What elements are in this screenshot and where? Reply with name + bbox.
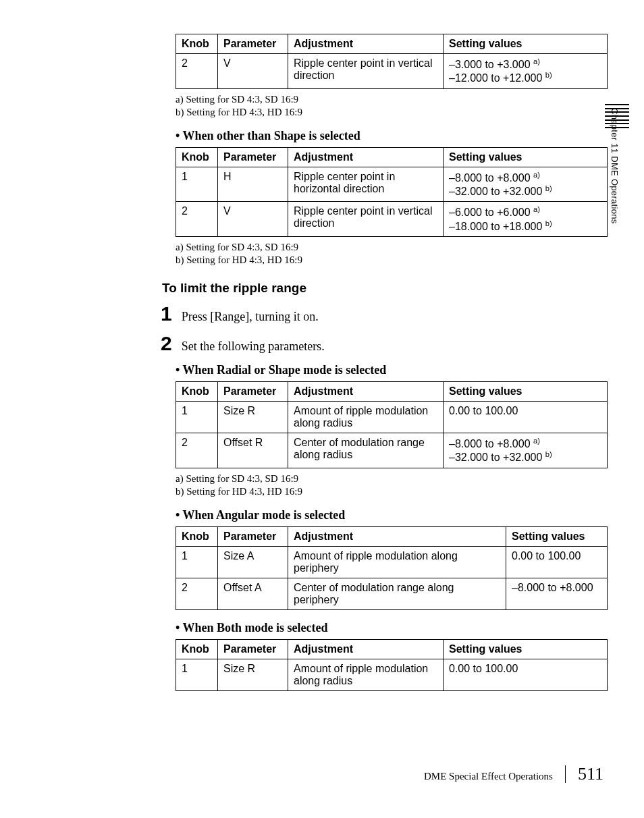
cell-adjustment: Amount of ripple modulation along periph… bbox=[288, 546, 506, 578]
heading-angular: When Angular mode is selected bbox=[176, 508, 603, 522]
cell-knob: 2 bbox=[176, 54, 218, 89]
cell-knob: 1 bbox=[176, 659, 218, 690]
footnote-b: b) Setting for HD 4:3, HD 16:9 bbox=[176, 106, 603, 119]
cell-param: Size A bbox=[218, 546, 288, 578]
parameter-table-5: Knob Parameter Adjustment Setting values… bbox=[176, 639, 608, 691]
th-setting-values: Setting values bbox=[506, 526, 608, 546]
heading-other-than-shape: When other than Shape is selected bbox=[176, 129, 603, 143]
footnotes-block: a) Setting for SD 4:3, SD 16:9 b) Settin… bbox=[176, 241, 603, 267]
cell-param: Size R bbox=[218, 401, 288, 433]
cell-param: V bbox=[218, 54, 288, 89]
cell-setting-values: –6.000 to +6.000 a) –18.000 to +18.000 b… bbox=[444, 202, 608, 237]
table-row: 1 H Ripple center point in horizontal di… bbox=[176, 167, 608, 202]
footnotes-block: a) Setting for SD 4:3, SD 16:9 b) Settin… bbox=[176, 93, 603, 119]
th-knob: Knob bbox=[176, 381, 218, 401]
table-row: 2 Offset A Center of modulation range al… bbox=[176, 578, 608, 609]
th-setting-values: Setting values bbox=[444, 34, 608, 54]
th-adjustment: Adjustment bbox=[288, 147, 444, 167]
section-limit-ripple: To limit the ripple range bbox=[162, 281, 603, 296]
cell-setting-values: –8.000 to +8.000 a) –32.000 to +32.000 b… bbox=[444, 433, 608, 468]
footnote-a: a) Setting for SD 4:3, SD 16:9 bbox=[176, 472, 603, 486]
cell-setting-values: –8.000 to +8.000 bbox=[506, 578, 608, 609]
parameter-table-3: Knob Parameter Adjustment Setting values… bbox=[176, 381, 608, 468]
footnotes-block: a) Setting for SD 4:3, SD 16:9 b) Settin… bbox=[176, 472, 603, 499]
th-knob: Knob bbox=[176, 639, 218, 659]
heading-radial-shape: When Radial or Shape mode is selected bbox=[176, 363, 603, 377]
th-parameter: Parameter bbox=[218, 381, 288, 401]
footnote-a: a) Setting for SD 4:3, SD 16:9 bbox=[176, 241, 603, 254]
footer-page-number: 511 bbox=[578, 764, 603, 784]
table-row: 2 V Ripple center point in vertical dire… bbox=[176, 202, 608, 237]
cell-param: Offset R bbox=[218, 433, 288, 468]
cell-adjustment: Ripple center point in vertical directio… bbox=[288, 54, 444, 89]
cell-adjustment: Center of modulation range along radius bbox=[288, 433, 444, 468]
step-number: 2 bbox=[161, 333, 172, 354]
th-setting-values: Setting values bbox=[444, 381, 608, 401]
th-adjustment: Adjustment bbox=[288, 34, 444, 54]
cell-param: Offset A bbox=[218, 578, 288, 609]
th-knob: Knob bbox=[176, 526, 218, 546]
cell-setting-values: 0.00 to 100.00 bbox=[444, 659, 608, 690]
footer-divider bbox=[565, 765, 566, 783]
footnote-b: b) Setting for HD 4:3, HD 16:9 bbox=[176, 485, 603, 499]
th-setting-values: Setting values bbox=[444, 639, 608, 659]
parameter-table-1: Knob Parameter Adjustment Setting values… bbox=[176, 34, 608, 89]
th-knob: Knob bbox=[176, 147, 218, 167]
step-1: 1 Press [Range], turning it on. bbox=[161, 304, 603, 324]
th-knob: Knob bbox=[176, 34, 218, 54]
cell-param: H bbox=[218, 167, 288, 202]
th-setting-values: Setting values bbox=[444, 147, 608, 167]
cell-knob: 1 bbox=[176, 546, 218, 578]
cell-setting-values: –3.000 to +3.000 a) –12.000 to +12.000 b… bbox=[444, 54, 608, 89]
th-parameter: Parameter bbox=[218, 147, 288, 167]
cell-adjustment: Ripple center point in horizontal direct… bbox=[288, 167, 444, 202]
table-row: 1 Size R Amount of ripple modulation alo… bbox=[176, 401, 608, 433]
table-row: 1 Size R Amount of ripple modulation alo… bbox=[176, 659, 608, 690]
footnote-b: b) Setting for HD 4:3, HD 16:9 bbox=[176, 254, 603, 267]
step-2: 2 Set the following parameters. bbox=[161, 333, 603, 354]
cell-setting-values: –8.000 to +8.000 a) –32.000 to +32.000 b… bbox=[444, 167, 608, 202]
cell-knob: 1 bbox=[176, 167, 218, 202]
table-row: 2 V Ripple center point in vertical dire… bbox=[176, 54, 608, 89]
th-adjustment: Adjustment bbox=[288, 526, 506, 546]
th-adjustment: Adjustment bbox=[288, 639, 444, 659]
step-text: Set the following parameters. bbox=[182, 339, 325, 354]
step-number: 1 bbox=[161, 304, 172, 324]
cell-knob: 2 bbox=[176, 202, 218, 237]
cell-adjustment: Ripple center point in vertical directio… bbox=[288, 202, 444, 237]
th-parameter: Parameter bbox=[218, 526, 288, 546]
cell-setting-values: 0.00 to 100.00 bbox=[506, 546, 608, 578]
cell-param: Size R bbox=[218, 659, 288, 690]
cell-adjustment: Center of modulation range along periphe… bbox=[288, 578, 506, 609]
parameter-table-2: Knob Parameter Adjustment Setting values… bbox=[176, 147, 608, 237]
th-adjustment: Adjustment bbox=[288, 381, 444, 401]
parameter-table-4: Knob Parameter Adjustment Setting values… bbox=[176, 526, 608, 610]
heading-both: When Both mode is selected bbox=[176, 621, 603, 635]
footer-section-title: DME Special Effect Operations bbox=[424, 771, 553, 782]
cell-knob: 2 bbox=[176, 433, 218, 468]
cell-adjustment: Amount of ripple modulation along radius bbox=[288, 401, 444, 433]
th-parameter: Parameter bbox=[218, 34, 288, 54]
footnote-a: a) Setting for SD 4:3, SD 16:9 bbox=[176, 93, 603, 107]
cell-setting-values: 0.00 to 100.00 bbox=[444, 401, 608, 433]
cell-knob: 2 bbox=[176, 578, 218, 609]
th-parameter: Parameter bbox=[218, 639, 288, 659]
cell-param: V bbox=[218, 202, 288, 237]
table-row: 1 Size A Amount of ripple modulation alo… bbox=[176, 546, 608, 578]
step-text: Press [Range], turning it on. bbox=[182, 310, 319, 324]
table-row: 2 Offset R Center of modulation range al… bbox=[176, 433, 608, 468]
page-footer: DME Special Effect Operations 511 bbox=[424, 764, 603, 784]
cell-adjustment: Amount of ripple modulation along radius bbox=[288, 659, 444, 690]
cell-knob: 1 bbox=[176, 401, 218, 433]
chapter-side-label: Chapter 11 DME Operations bbox=[610, 108, 620, 224]
